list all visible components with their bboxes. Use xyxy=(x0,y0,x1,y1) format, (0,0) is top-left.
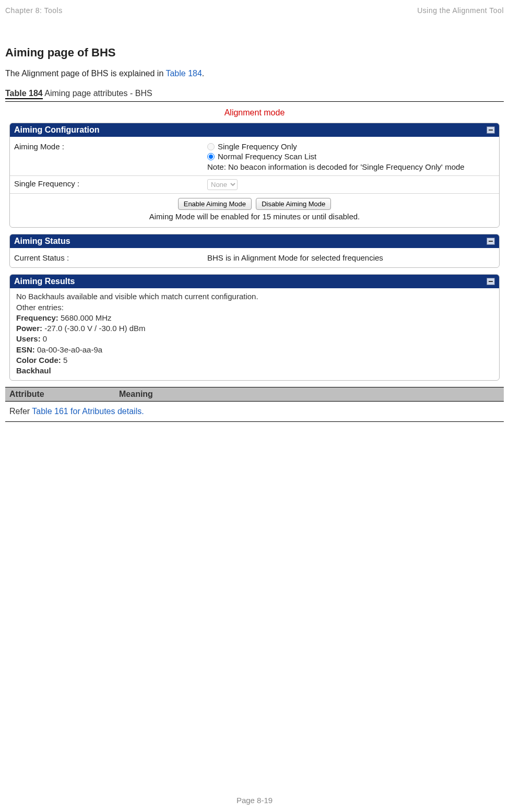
table-caption-text: Aiming page attributes - BHS xyxy=(43,89,152,98)
single-frequency-label: Single Frequency Only xyxy=(218,142,297,151)
aiming-mode-value: Single Frequency Only Normal Frequency S… xyxy=(207,142,495,172)
frequency-value: 5680.000 MHz xyxy=(58,313,112,322)
alignment-mode-label: Alignment mode xyxy=(5,108,504,117)
normal-scan-radio[interactable] xyxy=(207,153,215,160)
attribute-table-header: Attribute Meaning xyxy=(5,387,504,402)
aiming-status-title: Aiming Status xyxy=(14,237,70,246)
color-code-value: 5 xyxy=(61,356,68,364)
aiming-status-header: Aiming Status xyxy=(10,234,499,248)
attribute-column-header: Attribute xyxy=(5,387,115,401)
table-link[interactable]: Table 184 xyxy=(165,69,202,78)
esn-label: ESN: xyxy=(16,345,35,354)
refer-prefix: Refer xyxy=(9,407,32,416)
attributes-link[interactable]: Table 161 for Atributes details. xyxy=(32,407,144,416)
results-users: Users: 0 xyxy=(16,334,493,344)
enable-aiming-button[interactable]: Enable Aiming Mode xyxy=(178,198,252,210)
color-code-label: Color Code: xyxy=(16,356,61,364)
aiming-configuration-panel: Aiming Configuration Aiming Mode : Singl… xyxy=(9,123,500,228)
collapse-icon[interactable] xyxy=(487,278,495,285)
aiming-configuration-header: Aiming Configuration xyxy=(10,123,499,137)
aiming-status-body: Current Status : BHS is in Alignment Mod… xyxy=(10,248,499,267)
aiming-mode-row: Aiming Mode : Single Frequency Only Norm… xyxy=(10,139,499,176)
intro-paragraph: The Alignment page of BHS is explained i… xyxy=(5,69,504,78)
page-number: Page 8-19 xyxy=(0,796,509,805)
frequency-label: Frequency: xyxy=(16,313,58,322)
results-backhaul: Backhaul xyxy=(16,366,493,376)
aiming-buttons-row: Enable Aiming Mode Disable Aiming Mode xyxy=(10,194,499,212)
esn-value: 0a-00-3e-a0-aa-9a xyxy=(35,345,102,354)
power-label: Power: xyxy=(16,324,42,333)
power-value: -27.0 (-30.0 V / -30.0 H) dBm xyxy=(42,324,146,333)
aiming-configuration-title: Aiming Configuration xyxy=(14,125,100,135)
table-caption: Table 184 Aiming page attributes - BHS xyxy=(5,89,504,98)
section-heading: Aiming page of BHS xyxy=(5,46,504,60)
normal-scan-label: Normal Frequency Scan List xyxy=(218,152,316,161)
users-value: 0 xyxy=(41,334,48,343)
single-frequency-row: Single Frequency : None xyxy=(10,176,499,194)
meaning-column-header: Meaning xyxy=(115,387,504,401)
aiming-results-title: Aiming Results xyxy=(14,277,75,286)
results-no-backhauls: No Backhauls available and visible which… xyxy=(16,291,493,302)
aiming-status-panel: Aiming Status Current Status : BHS is in… xyxy=(9,234,500,268)
results-other-entries: Other entries: xyxy=(16,302,493,313)
collapse-icon[interactable] xyxy=(487,238,495,245)
table-number: Table 184 xyxy=(5,89,43,99)
results-color-code: Color Code: 5 xyxy=(16,355,493,366)
collapse-icon[interactable] xyxy=(487,126,495,134)
figure-container: Alignment mode Aiming Configuration Aimi… xyxy=(5,101,504,422)
aiming-results-header: Aiming Results xyxy=(10,275,499,288)
single-frequency-field-label: Single Frequency : xyxy=(14,179,207,188)
results-frequency: Frequency: 5680.000 MHz xyxy=(16,313,493,323)
disable-aiming-button[interactable]: Disable Aiming Mode xyxy=(256,198,331,210)
results-power: Power: -27.0 (-30.0 V / -30.0 H) dBm xyxy=(16,323,493,334)
current-status-value: BHS is in Alignment Mode for selected fr… xyxy=(207,253,495,262)
intro-suffix: . xyxy=(202,69,204,78)
attribute-table-row: Refer Table 161 for Atributes details. xyxy=(5,402,504,422)
aiming-mode-label: Aiming Mode : xyxy=(14,142,207,151)
aiming-configuration-body: Aiming Mode : Single Frequency Only Norm… xyxy=(10,137,499,227)
header-chapter: Chapter 8: Tools xyxy=(5,6,63,15)
header-section: Using the Alignment Tool xyxy=(417,6,504,15)
results-esn: ESN: 0a-00-3e-a0-aa-9a xyxy=(16,345,493,355)
aiming-results-panel: Aiming Results No Backhauls available an… xyxy=(9,274,500,381)
single-frequency-radio[interactable] xyxy=(207,143,215,150)
users-label: Users: xyxy=(16,334,41,343)
single-frequency-select[interactable]: None xyxy=(207,179,238,190)
intro-prefix: The Alignment page of BHS is explained i… xyxy=(5,69,165,78)
current-status-label: Current Status : xyxy=(14,253,207,262)
aiming-mode-note: Note: No beacon information is decoded f… xyxy=(207,162,495,172)
aiming-results-body: No Backhauls available and visible which… xyxy=(10,288,499,380)
page-header: Chapter 8: Tools Using the Alignment Too… xyxy=(5,6,504,15)
aiming-duration-note: Aiming Mode will be enabled for 15 minut… xyxy=(10,212,499,225)
